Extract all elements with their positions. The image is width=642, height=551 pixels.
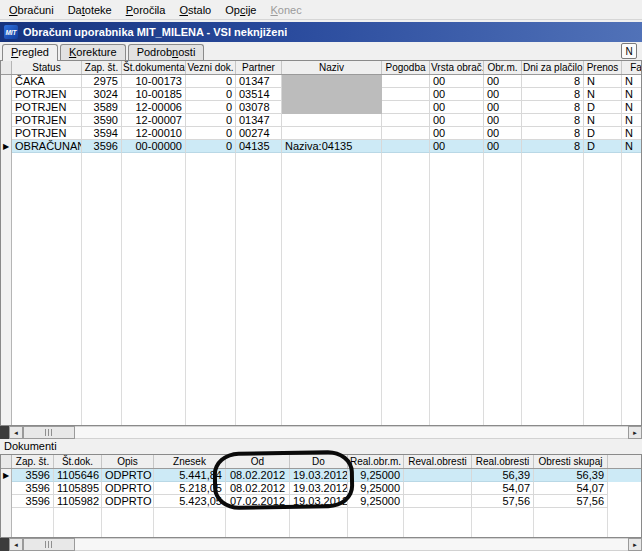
cell[interactable]: 56,39 bbox=[472, 469, 534, 482]
cell[interactable]: D bbox=[584, 127, 622, 140]
main-hscrollbar[interactable]: ◄ ► bbox=[0, 426, 642, 439]
n-button[interactable]: N bbox=[621, 43, 637, 59]
cell[interactable]: 00 bbox=[430, 101, 484, 114]
cell[interactable]: D bbox=[584, 101, 622, 114]
column-header-zap-t[interactable]: Zap. št. bbox=[82, 61, 122, 74]
cell[interactable]: 8 bbox=[522, 127, 584, 140]
cell[interactable]: 3596 bbox=[12, 482, 54, 495]
cell[interactable]: OBRAČUNAN bbox=[12, 140, 82, 153]
cell[interactable]: 00 bbox=[484, 75, 522, 88]
cell[interactable]: 1105982 bbox=[54, 495, 102, 508]
cell[interactable]: 12-00007 bbox=[122, 114, 186, 127]
cell[interactable]: N bbox=[622, 88, 642, 101]
cell[interactable]: N bbox=[584, 114, 622, 127]
column-header-dni-za-pla-ilo[interactable]: Dni za plačilo bbox=[522, 61, 584, 74]
scrollbar-track[interactable] bbox=[75, 538, 628, 551]
cell[interactable]: N bbox=[584, 75, 622, 88]
cell[interactable]: 8 bbox=[522, 101, 584, 114]
menu-item-opcije[interactable]: Opcije bbox=[218, 2, 263, 18]
column-header-reval-obresti[interactable]: Reval.obresti bbox=[404, 455, 472, 468]
cell[interactable]: 00 bbox=[484, 127, 522, 140]
cell[interactable]: 1105895 bbox=[54, 482, 102, 495]
column-header-t-dok[interactable]: Št.dok. bbox=[54, 455, 102, 468]
column-header-t-dokumenta[interactable]: Št.dokumenta bbox=[122, 61, 186, 74]
cell[interactable]: 0 bbox=[186, 114, 236, 127]
cell[interactable]: 3596 bbox=[82, 140, 122, 153]
cell[interactable]: 19.03.2012 bbox=[290, 495, 348, 508]
table-row[interactable]: 35961105895ODPRTO5.218,0508.02.201219.03… bbox=[1, 482, 641, 495]
scrollbar-thumb[interactable] bbox=[23, 538, 75, 551]
row-marker-icon[interactable]: ▶ bbox=[1, 469, 12, 482]
cell[interactable]: 56,39 bbox=[534, 469, 608, 482]
cell[interactable]: N bbox=[622, 140, 642, 153]
cell[interactable]: 03078 bbox=[236, 101, 282, 114]
cell[interactable]: 0 bbox=[186, 88, 236, 101]
cell[interactable]: 12-00010 bbox=[122, 127, 186, 140]
table-row[interactable]: ČAKA297510-0017300134700008NN bbox=[1, 75, 641, 88]
column-header-prenos[interactable]: Prenos bbox=[584, 61, 622, 74]
cell[interactable] bbox=[382, 114, 430, 127]
table-row[interactable]: POTRJEN302410-0018500351400008NN bbox=[1, 88, 641, 101]
cell[interactable]: 54,07 bbox=[472, 482, 534, 495]
cell[interactable]: POTRJEN bbox=[12, 114, 82, 127]
scroll-left-button[interactable]: ◄ bbox=[9, 538, 23, 551]
cell[interactable]: 3596 bbox=[12, 495, 54, 508]
cell[interactable] bbox=[404, 482, 472, 495]
cell[interactable]: 3590 bbox=[82, 114, 122, 127]
cell[interactable]: ODPRTO bbox=[102, 469, 154, 482]
cell[interactable]: POTRJEN bbox=[12, 127, 82, 140]
table-row[interactable]: 35961105982ODPRTO5.423,0507.02.201219.03… bbox=[1, 495, 641, 508]
column-header-vezni-dok[interactable]: Vezni dok. bbox=[186, 61, 236, 74]
menu-item-datoteke[interactable]: Datoteke bbox=[61, 2, 119, 18]
cell[interactable]: 1105646 bbox=[54, 469, 102, 482]
row-selector[interactable] bbox=[1, 75, 12, 88]
cell[interactable]: 9,25000 bbox=[348, 482, 404, 495]
column-header-fakturira[interactable]: Fakturira bbox=[622, 61, 642, 74]
menu-item-ostalo[interactable]: Ostalo bbox=[172, 2, 218, 18]
cell[interactable]: POTRJEN bbox=[12, 88, 82, 101]
menu-item-obra-uni[interactable]: Obračuni bbox=[2, 2, 61, 18]
column-header-status[interactable]: Status bbox=[12, 61, 82, 74]
cell[interactable]: 00 bbox=[484, 88, 522, 101]
cell[interactable]: N bbox=[622, 114, 642, 127]
table-row[interactable]: ▶35961105646ODPRTO5.441,8408.02.201219.0… bbox=[1, 469, 641, 482]
column-header-opis[interactable]: Opis bbox=[102, 455, 154, 468]
column-header-obresti-skupaj[interactable]: Obresti skupaj bbox=[534, 455, 608, 468]
scroll-left-button[interactable]: ◄ bbox=[9, 426, 23, 439]
cell[interactable]: 57,56 bbox=[534, 495, 608, 508]
cell[interactable] bbox=[282, 127, 382, 140]
documents-hscrollbar[interactable]: ◄ ► bbox=[0, 538, 642, 551]
menu-item-poro-ila[interactable]: Poročila bbox=[119, 2, 173, 18]
cell[interactable]: 5.423,05 bbox=[154, 495, 226, 508]
column-header-vrsta-obra[interactable]: Vrsta obrač. bbox=[430, 61, 484, 74]
cell[interactable]: ODPRTO bbox=[102, 482, 154, 495]
cell[interactable]: 00 bbox=[484, 114, 522, 127]
row-selector[interactable] bbox=[1, 127, 12, 140]
cell[interactable]: 01347 bbox=[236, 75, 282, 88]
column-header-do[interactable]: Do bbox=[290, 455, 348, 468]
column-header-zap-t[interactable]: Zap. št. bbox=[12, 455, 54, 468]
cell[interactable]: 00 bbox=[430, 140, 484, 153]
cell[interactable]: 08.02.2012 bbox=[226, 469, 290, 482]
scrollbar-thumb[interactable] bbox=[23, 426, 75, 439]
cell[interactable]: Naziva:04135 bbox=[282, 140, 382, 153]
cell[interactable]: 10-00185 bbox=[122, 88, 186, 101]
cell[interactable]: 2975 bbox=[82, 75, 122, 88]
cell[interactable] bbox=[382, 88, 430, 101]
cell[interactable]: 9,25000 bbox=[348, 469, 404, 482]
row-selector[interactable] bbox=[1, 88, 12, 101]
row-selector[interactable] bbox=[1, 482, 12, 495]
cell[interactable]: 0 bbox=[186, 140, 236, 153]
cell[interactable]: 8 bbox=[522, 114, 584, 127]
cell[interactable] bbox=[404, 469, 472, 482]
cell[interactable]: 00 bbox=[430, 75, 484, 88]
row-marker-icon[interactable]: ▶ bbox=[1, 140, 12, 153]
cell[interactable]: D bbox=[584, 140, 622, 153]
column-header-partner[interactable]: Partner bbox=[236, 61, 282, 74]
scrollbar-track[interactable] bbox=[75, 426, 628, 439]
cell[interactable]: 54,07 bbox=[534, 482, 608, 495]
column-header-real-obr-m[interactable]: Real.obr.m. bbox=[348, 455, 404, 468]
cell[interactable]: 04135 bbox=[236, 140, 282, 153]
table-row[interactable]: POTRJEN359412-0001000027400008DN bbox=[1, 127, 641, 140]
cell[interactable]: 10-00173 bbox=[122, 75, 186, 88]
